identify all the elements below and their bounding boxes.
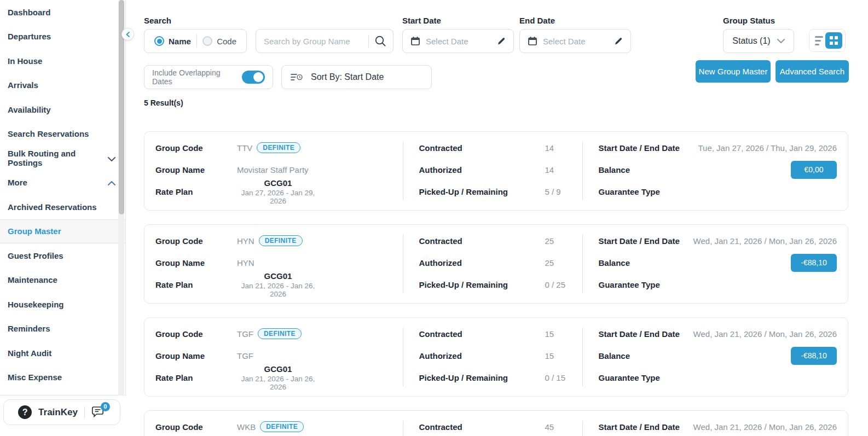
balance-button[interactable]: -€88,10	[791, 254, 837, 272]
list-view-button[interactable]	[812, 36, 825, 45]
radio-label: Code	[217, 37, 236, 46]
chat-button[interactable]: 0	[91, 406, 106, 419]
sidebar-item-label: Arrivals	[8, 80, 38, 90]
sidebar-item-bulk-routing[interactable]: Bulk Routing and Postings	[0, 146, 125, 171]
calendar-icon	[410, 36, 420, 46]
chevron-left-icon	[125, 32, 131, 37]
sidebar-item-search-reservations[interactable]: Search Reservations	[0, 122, 125, 147]
balance-button[interactable]: -€88,10	[791, 347, 837, 365]
group-card[interactable]: Group Code TTV DEFINITE Group Name Movis…	[144, 131, 848, 211]
card-identity-section: Group Code TGF DEFINITE Group Name TGF R…	[144, 318, 403, 396]
sidebar-item-reminders[interactable]: Reminders	[0, 317, 125, 341]
group-card[interactable]: Group Code HYN DEFINITE Group Name HYN R…	[144, 224, 848, 304]
radio-option-code[interactable]: Code	[202, 36, 236, 46]
grid-view-button[interactable]	[825, 32, 842, 49]
sidebar-item-more[interactable]: More	[0, 171, 125, 195]
sidebar-item-label: Group Master	[8, 226, 61, 236]
balance-button[interactable]: €0,00	[791, 161, 837, 179]
end-date-field[interactable]: Select Date	[519, 29, 631, 53]
card-identity-section: Group Code HYN DEFINITE Group Name HYN R…	[144, 225, 403, 303]
group-code-value: TGF	[237, 329, 253, 339]
authorized-label: Authorized	[419, 165, 545, 175]
contracted-value: 14	[545, 143, 554, 153]
status-badge: DEFINITE	[258, 328, 302, 339]
trainkey-widget[interactable]: ? TrainKey 0	[3, 399, 120, 425]
sidebar-item-guest-profiles[interactable]: Guest Profiles	[0, 243, 125, 268]
picked-up-label: Picked-Up / Remaining	[419, 373, 545, 382]
search-icon[interactable]	[374, 35, 386, 47]
authorized-label: Authorized	[419, 351, 545, 361]
group-name-search-field	[256, 29, 394, 53]
radio-selected-icon	[154, 36, 164, 46]
sidebar-item-availability[interactable]: Availability	[0, 97, 125, 122]
sidebar-scrollbar[interactable]	[118, 0, 124, 396]
balance-label: Balance	[598, 165, 791, 175]
radio-label: Name	[169, 37, 191, 46]
sidebar-item-label: Night Audit	[8, 348, 51, 358]
results-count: 5 Result(s)	[144, 98, 183, 107]
rate-plan-value: GCG01	[237, 364, 319, 374]
main-content: Search Name Code Start Date	[126, 0, 868, 436]
sidebar-item-label: Bulk Routing and Postings	[8, 149, 103, 167]
contracted-value: 45	[545, 422, 554, 432]
divider	[196, 34, 197, 48]
group-name-label: Group Name	[155, 351, 237, 361]
sidebar-item-in-house[interactable]: In House	[0, 49, 125, 73]
group-card[interactable]: Group Code TGF DEFINITE Group Name TGF R…	[144, 317, 848, 397]
sidebar-item-archived-reservations[interactable]: Archived Reservations	[0, 195, 125, 219]
chat-badge: 0	[101, 402, 110, 411]
start-end-label: Start Date / End Date	[598, 236, 693, 246]
group-code-value: TTV	[237, 143, 252, 153]
status-badge: DEFINITE	[260, 421, 304, 432]
advanced-search-button[interactable]: Advanced Search	[776, 60, 849, 83]
include-overlapping-dates-control: Include Overlapping Dates	[144, 65, 273, 89]
sidebar-item-label: Availability	[8, 105, 51, 114]
start-end-label: Start Date / End Date	[598, 422, 693, 432]
start-date-field[interactable]: Select Date	[402, 29, 514, 53]
pencil-icon[interactable]	[614, 37, 623, 45]
end-date-label: End Date	[519, 16, 555, 25]
sidebar-item-dashboard[interactable]: Dashboard	[0, 0, 125, 25]
card-dates-section: Start Date / End Date Wed, Jan 21, 2026 …	[583, 411, 848, 436]
contracted-label: Contracted	[419, 143, 545, 153]
picked-up-value: 0 / 25	[545, 280, 565, 289]
sidebar-item-maintenance[interactable]: Maintenance	[0, 268, 125, 293]
rate-plan-value: GCG01	[237, 271, 319, 281]
authorized-label: Authorized	[419, 258, 545, 268]
rate-plan-dates: Jan 21, 2026 - Jan 26, 2026	[237, 282, 319, 298]
radio-unselected-icon	[202, 36, 212, 46]
sidebar-item-label: More	[8, 178, 27, 187]
sidebar-item-arrivals[interactable]: Arrivals	[0, 73, 125, 98]
status-dropdown[interactable]: Status (1)	[723, 29, 794, 53]
guarantee-type-label: Guarantee Type	[598, 373, 837, 382]
contracted-value: 25	[545, 236, 554, 246]
card-inventory-section: Contracted 45 Authorized Picked-Up / Rem…	[403, 411, 582, 436]
radio-option-name[interactable]: Name	[154, 36, 191, 46]
start-end-label: Start Date / End Date	[598, 143, 698, 153]
date-placeholder: Select Date	[426, 37, 491, 46]
group-card[interactable]: Group Code WKB DEFINITE Group Name Rate …	[144, 410, 848, 436]
group-name-value: TGF	[237, 351, 253, 361]
picked-up-value: 5 / 9	[545, 187, 560, 196]
group-status-label: Group Status	[723, 16, 775, 25]
sidebar-item-departures[interactable]: Departures	[0, 25, 125, 49]
start-end-value: Wed, Jan 21, 2026 / Mon, Jan 26, 2026	[693, 236, 837, 246]
status-badge: DEFINITE	[259, 235, 303, 246]
group-code-label: Group Code	[155, 422, 237, 432]
search-input[interactable]	[264, 37, 363, 46]
include-overlapping-toggle[interactable]	[242, 71, 265, 84]
picked-up-label: Picked-Up / Remaining	[419, 280, 545, 289]
pencil-icon[interactable]	[497, 37, 506, 45]
sidebar-item-label: In House	[8, 56, 42, 66]
sidebar-item-group-master[interactable]: Group Master	[0, 219, 125, 244]
sidebar-item-misc-expense[interactable]: Misc Expense	[0, 365, 125, 390]
rate-plan-value: GCG01	[237, 178, 319, 188]
new-group-master-button[interactable]: New Group Master	[696, 60, 771, 83]
sidebar-item-label: Search Reservations	[8, 129, 89, 138]
authorized-value: 25	[545, 258, 554, 268]
include-overlapping-label: Include Overlapping Dates	[152, 68, 242, 86]
sidebar-item-housekeeping[interactable]: Housekeeping	[0, 292, 125, 317]
sort-by-control[interactable]: Sort By: Start Date	[281, 65, 432, 89]
sidebar-item-night-audit[interactable]: Night Audit	[0, 341, 125, 365]
sidebar-collapse-button[interactable]	[121, 28, 134, 40]
